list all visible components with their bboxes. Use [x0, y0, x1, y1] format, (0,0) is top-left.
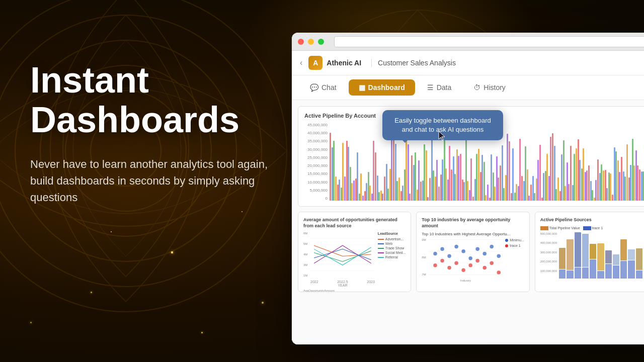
chart-bar	[494, 187, 496, 201]
chart-bar	[360, 173, 362, 201]
tab-chat[interactable]: 💬 Chat	[300, 79, 347, 96]
tooltip-text: Easily toggle between dashboard and chat…	[394, 117, 491, 133]
svg-point-35	[468, 263, 472, 267]
scatter-legend: Minimu... trace 1	[505, 238, 524, 282]
bar-group	[355, 152, 364, 201]
tab-data[interactable]: ☰ Data	[417, 79, 462, 96]
chart-bar	[373, 141, 374, 201]
chart-bar	[503, 188, 505, 201]
svg-point-22	[447, 254, 451, 258]
pipeline-bar-trace	[597, 271, 604, 279]
chart-bar	[478, 149, 479, 201]
bar-group	[420, 144, 429, 201]
chart-bar	[344, 176, 346, 201]
chart-bar	[402, 186, 404, 201]
chart-bar	[574, 154, 575, 201]
chart-bar	[409, 194, 411, 201]
tab-chat-label: Chat	[321, 83, 337, 92]
svg-point-27	[482, 252, 486, 255]
chart-bar	[330, 133, 331, 201]
pipeline-bar-group	[575, 232, 581, 279]
pipeline-bar-group	[605, 250, 612, 279]
back-button[interactable]: ‹	[300, 58, 302, 67]
svg-point-26	[475, 247, 479, 251]
pipeline-bar	[628, 249, 634, 260]
tab-history[interactable]: ⏱ History	[463, 79, 516, 96]
chart-bar	[512, 148, 514, 201]
line-chart-legend: LeadSource Advertisin... Web Trade Show …	[378, 232, 406, 287]
chart-bar	[568, 184, 570, 201]
chart-bar	[396, 181, 398, 201]
sparkle-4	[30, 322, 32, 323]
page-title: Customer Sales Analysis	[371, 59, 456, 67]
tooltip-bubble: Easily toggle between dashboard and chat…	[382, 110, 503, 140]
chart-bar	[429, 178, 431, 201]
line-chart: Average amount of opportunities generate…	[298, 212, 411, 292]
chart-bar	[498, 177, 499, 201]
chart-bar	[353, 180, 355, 201]
pipeline-bar-group	[582, 234, 589, 279]
chart-bar	[375, 152, 376, 201]
main-title: InstantDashboards	[30, 60, 282, 140]
chart-bar	[592, 190, 593, 201]
chart-bar	[530, 185, 532, 201]
pipeline-bar	[620, 239, 627, 260]
chart-bar	[588, 165, 590, 201]
bar-group	[621, 144, 628, 201]
chart-bar	[550, 137, 551, 201]
pipeline-bar-trace	[559, 269, 566, 279]
y-axis: 45,000,000 40,000,000 35,000,000 30,000,…	[304, 123, 330, 201]
minimize-button[interactable]	[308, 39, 314, 45]
logo-area: A Athenic AI	[308, 56, 361, 70]
chart-bar	[442, 159, 443, 201]
chart-bar	[342, 143, 344, 201]
scatter-chart: Top 10 industries by average opportunity…	[416, 212, 529, 292]
close-button[interactable]	[298, 39, 304, 45]
bar-group	[393, 135, 400, 201]
chart-bar	[378, 192, 380, 201]
pipeline-bar-trace	[605, 264, 612, 279]
chart-bar	[472, 197, 474, 201]
bar-group	[588, 165, 597, 201]
svg-point-28	[490, 245, 493, 248]
tab-bar: 💬 Chat ▦ Dashboard ☰ Data ⏱ History	[292, 75, 644, 100]
chart-bar	[619, 172, 620, 201]
bar-group	[429, 136, 440, 201]
url-bar[interactable]	[334, 36, 644, 47]
pipeline-bar	[590, 244, 596, 259]
pipeline-bar-trace	[628, 260, 634, 279]
chart-bar	[586, 170, 588, 201]
pipeline-bar	[575, 232, 581, 267]
pipeline-chart: Active Pipeline Sources Total Pipeline V…	[535, 212, 644, 292]
pipeline-bars	[559, 232, 642, 279]
svg-point-24	[461, 249, 465, 253]
chart-bar	[606, 188, 608, 201]
chart-bar	[454, 174, 456, 201]
chart-bar	[516, 184, 517, 201]
history-icon: ⏱	[473, 83, 480, 92]
pipeline-bar	[605, 250, 612, 263]
chart-bar	[408, 144, 409, 201]
bar-group	[375, 152, 383, 201]
chart-bar	[603, 170, 604, 201]
tab-dashboard[interactable]: ▦ Dashboard	[349, 79, 415, 96]
app-header: ‹ A Athenic AI Customer Sales Analysis	[292, 51, 644, 75]
bar-group	[530, 145, 541, 201]
chart-bar	[615, 151, 617, 201]
dashboard-area: Easily toggle between dashboard and chat…	[292, 100, 644, 344]
pipeline-bar	[636, 248, 642, 270]
chart-bar	[507, 134, 508, 201]
bar-group	[639, 154, 644, 201]
maximize-button[interactable]	[318, 39, 324, 45]
svg-point-31	[440, 259, 444, 262]
pipeline-bar-group	[597, 243, 604, 279]
svg-point-33	[454, 261, 458, 265]
chart-bar	[624, 176, 626, 201]
bar-group	[364, 141, 375, 201]
bar-group	[411, 152, 420, 201]
chart-bar	[467, 181, 468, 201]
chart-bar	[595, 180, 597, 201]
chart-bar	[576, 148, 577, 201]
chart-bar	[418, 160, 420, 201]
chart-bar	[460, 154, 461, 201]
